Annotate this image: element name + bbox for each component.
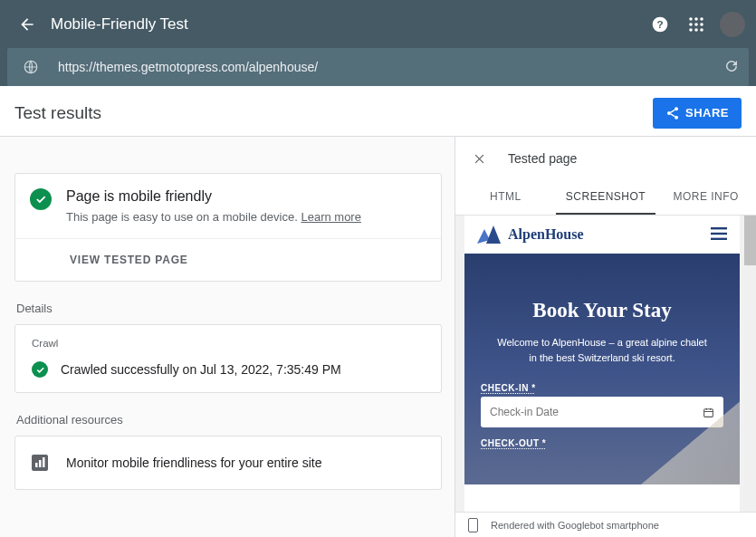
smartphone-icon bbox=[468, 518, 478, 532]
back-button[interactable] bbox=[11, 8, 43, 41]
avatar[interactable] bbox=[720, 12, 745, 37]
bar-chart-icon bbox=[32, 455, 48, 471]
preview-logo: AlpenHouse bbox=[477, 225, 584, 244]
learn-more-link[interactable]: Learn more bbox=[301, 210, 360, 224]
tab-more-info[interactable]: MORE INFO bbox=[656, 180, 756, 215]
share-button[interactable]: SHARE bbox=[653, 98, 742, 129]
checkin-input[interactable]: Check-in Date bbox=[481, 397, 723, 427]
results-title: Test results bbox=[14, 103, 101, 123]
crawl-status-text: Crawled successfully on Jul 13, 2022, 7:… bbox=[61, 362, 341, 377]
mobile-preview: AlpenHouse Book Your Stay Welcome to Alp… bbox=[464, 216, 740, 512]
svg-point-13 bbox=[667, 111, 671, 115]
resources-label: Additional resources bbox=[16, 413, 442, 427]
svg-point-10 bbox=[700, 28, 703, 32]
crawl-label: Crawl bbox=[32, 338, 425, 349]
tab-html[interactable]: HTML bbox=[455, 180, 556, 215]
checkin-label: CHECK-IN * bbox=[481, 383, 723, 393]
topbar: Mobile-Friendly Test ? bbox=[0, 0, 756, 48]
status-subtitle: This page is easy to use on a mobile dev… bbox=[66, 210, 361, 224]
view-tested-page-button[interactable]: VIEW TESTED PAGE bbox=[15, 238, 441, 281]
svg-rect-15 bbox=[35, 463, 38, 467]
apps-button[interactable] bbox=[680, 8, 713, 41]
preview-hero-title: Book Your Stay bbox=[481, 299, 723, 322]
svg-point-14 bbox=[675, 115, 678, 119]
resources-text: Monitor mobile friendliness for your ent… bbox=[66, 455, 321, 470]
left-column: Page is mobile friendly This page is eas… bbox=[0, 137, 455, 537]
svg-point-9 bbox=[694, 28, 698, 32]
svg-rect-19 bbox=[711, 232, 727, 234]
svg-point-3 bbox=[694, 17, 698, 21]
results-header: Test results SHARE bbox=[0, 90, 756, 137]
svg-rect-20 bbox=[711, 237, 727, 239]
preview-brand: AlpenHouse bbox=[508, 226, 584, 243]
svg-point-7 bbox=[700, 23, 703, 26]
svg-rect-17 bbox=[43, 457, 45, 467]
tab-screenshot[interactable]: SCREENSHOT bbox=[556, 180, 656, 215]
render-note: Rendered with Googlebot smartphone bbox=[455, 512, 756, 537]
close-button[interactable] bbox=[466, 146, 492, 171]
resources-card[interactable]: Monitor mobile friendliness for your ent… bbox=[14, 436, 442, 490]
help-button[interactable]: ? bbox=[644, 8, 676, 41]
urlbar-container: https://themes.getmotopress.com/alpenhou… bbox=[0, 48, 756, 86]
svg-point-4 bbox=[700, 17, 703, 21]
scrollbar-thumb[interactable] bbox=[744, 216, 756, 265]
svg-text:?: ? bbox=[656, 18, 663, 30]
status-card: Page is mobile friendly This page is eas… bbox=[14, 173, 442, 282]
details-card[interactable]: Crawl Crawled successfully on Jul 13, 20… bbox=[14, 324, 442, 393]
status-title: Page is mobile friendly bbox=[66, 188, 361, 205]
tabs: HTML SCREENSHOT MORE INFO bbox=[455, 180, 756, 216]
svg-rect-18 bbox=[711, 227, 727, 229]
check-icon bbox=[32, 361, 48, 378]
checkout-label: CHECK-OUT * bbox=[481, 438, 723, 448]
hamburger-icon[interactable] bbox=[711, 227, 727, 243]
details-label: Details bbox=[16, 302, 442, 315]
globe-icon bbox=[18, 54, 43, 80]
check-icon bbox=[30, 188, 52, 210]
svg-point-5 bbox=[689, 23, 693, 26]
preview-panel: Tested page HTML SCREENSHOT MORE INFO Al… bbox=[455, 137, 756, 537]
page-title: Mobile-Friendly Test bbox=[51, 15, 188, 34]
calendar-icon bbox=[703, 407, 714, 418]
svg-point-2 bbox=[689, 17, 693, 21]
svg-rect-21 bbox=[704, 408, 713, 417]
svg-point-8 bbox=[689, 28, 693, 32]
share-label: SHARE bbox=[685, 106, 729, 120]
urlbar[interactable]: https://themes.getmotopress.com/alpenhou… bbox=[7, 48, 749, 86]
refresh-button[interactable] bbox=[723, 58, 740, 77]
svg-rect-16 bbox=[39, 460, 42, 467]
preview-hero-subtitle: Welcome to AlpenHouse – a great alpine c… bbox=[493, 335, 711, 365]
svg-point-6 bbox=[694, 23, 698, 26]
mountains-icon bbox=[477, 225, 501, 244]
panel-title: Tested page bbox=[508, 151, 577, 166]
url-text: https://themes.getmotopress.com/alpenhou… bbox=[58, 60, 318, 74]
svg-point-12 bbox=[675, 107, 678, 110]
